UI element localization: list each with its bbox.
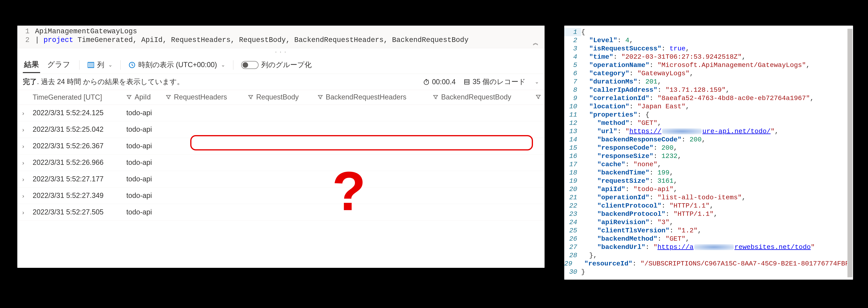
chevron-down-icon[interactable]: ⌄ [535, 79, 539, 85]
json-line: 8 "callerIpAddress": "13.71.128.159", [564, 86, 853, 94]
table-row[interactable]: ›2022/3/31 5:52:26.966todo-api [17, 154, 545, 171]
json-line: 16 "responseSize": 1232, [564, 152, 853, 160]
cell-timegenerated: 2022/3/31 5:52:27.177 [29, 171, 123, 187]
filter-icon [126, 94, 132, 100]
col-apiid[interactable]: ApiId [123, 90, 162, 105]
json-line: 17 "cache": "none", [564, 160, 853, 169]
json-line: 21 "operationId": "list-all-todo-items", [564, 193, 853, 202]
cell-timegenerated: 2022/3/31 5:52:25.042 [29, 121, 123, 138]
json-line: 12 "method": "GET", [564, 119, 853, 127]
col-timegenerated[interactable]: TimeGenerated [UTC] [29, 90, 123, 105]
redacted-blur [662, 129, 702, 134]
record-count-value: 35 個のレコード [472, 77, 526, 87]
group-columns-toggle[interactable]: 列のグループ化 [241, 60, 312, 70]
json-line: 28 }, [564, 251, 853, 259]
json-line: 9 "correlationId": "8aeafa52-4763-4bd8-a… [564, 94, 853, 103]
query-code-line: ApiManagementGatewayLogs [35, 27, 542, 36]
col-requestbody[interactable]: RequestBody [244, 90, 314, 105]
json-line: 25 "clientTlsVersion": "1.2", [564, 226, 853, 235]
expand-row-icon[interactable]: › [21, 160, 26, 166]
time-display-label: 時刻の表示 (UTC+00:00) [138, 60, 217, 70]
json-line: 6 "category": "GatewayLogs", [564, 69, 853, 78]
col-extra[interactable] [532, 90, 545, 105]
json-line: 4 "time": "2022-03-31T06:27:53.9242518Z"… [564, 53, 853, 61]
columns-label: 列 [97, 60, 104, 70]
json-line: 5 "operationName": "Microsoft.ApiManagem… [564, 61, 853, 69]
columns-dropdown[interactable]: 列 ⌄ [87, 60, 113, 70]
cell-apiid: todo-api [123, 204, 162, 220]
scrollbar-thumb[interactable] [847, 29, 852, 277]
table-row[interactable]: ›2022/3/31 5:52:25.042todo-api [17, 121, 545, 138]
results-toolbar: 結果 グラフ 列 ⌄ 時刻の表示 (UTC+00:00) ⌄ 列のグループ化 [17, 55, 545, 74]
json-line: 19 "requestSize": 3161, [564, 177, 853, 185]
expand-row-icon[interactable]: › [21, 110, 26, 117]
json-line: 1{ [564, 28, 853, 36]
tab-results[interactable]: 結果 [23, 57, 40, 73]
chevron-down-icon: ⌄ [221, 62, 225, 68]
json-line: 14 "backendResponseCode": 200, [564, 136, 853, 144]
redacted-blur [694, 244, 734, 250]
col-backendrequestbody[interactable]: BackendRequestBody [429, 90, 532, 105]
overflow-indicator: · · · [17, 48, 545, 55]
toggle-off-icon [241, 61, 258, 69]
table-row[interactable]: ›2022/3/31 5:52:27.349todo-api [17, 187, 545, 204]
json-line: 7 "durationMs": 201, [564, 78, 853, 86]
collapse-editor-icon[interactable]: ︽ [533, 39, 539, 47]
query-editor[interactable]: 1 ApiManagementGatewayLogs 2 | project T… [17, 26, 545, 48]
filter-icon [433, 94, 438, 100]
tab-chart[interactable]: グラフ [46, 57, 71, 73]
cell-timegenerated: 2022/3/31 5:52:27.349 [29, 187, 123, 204]
expand-row-icon[interactable]: › [21, 209, 26, 216]
json-line: 10 "location": "Japan East", [564, 103, 853, 111]
cell-apiid: todo-api [123, 187, 162, 204]
query-code-line: | project TimeGenerated, ApiId, RequestH… [35, 36, 542, 45]
table-row[interactable]: ›2022/3/31 5:52:26.367todo-api [17, 138, 545, 154]
json-line: 11 "properties": { [564, 111, 853, 119]
json-line: 15 "responseCode": 200, [564, 144, 853, 152]
table-header-row: TimeGenerated [UTC] ApiId RequestHeaders… [17, 90, 545, 105]
table-row[interactable]: ›2022/3/31 5:52:24.125todo-api [17, 105, 545, 121]
expand-row-icon[interactable]: › [21, 127, 26, 133]
json-line: 27 "backendUrl": "https://arewebsites.ne… [564, 243, 853, 251]
cell-timegenerated: 2022/3/31 5:52:26.367 [29, 138, 123, 154]
cell-timegenerated: 2022/3/31 5:52:26.966 [29, 154, 123, 171]
filter-icon [166, 94, 171, 100]
cell-apiid: todo-api [123, 171, 162, 187]
col-requestheaders[interactable]: RequestHeaders [162, 90, 244, 105]
json-line: 2 "Level": 4, [564, 36, 853, 45]
table-row[interactable]: ›2022/3/31 5:52:27.505todo-api [17, 204, 545, 220]
duration-value: 00:00.4 [432, 78, 456, 86]
expand-row-icon[interactable]: › [21, 176, 26, 183]
line-number: 2 [19, 36, 35, 45]
clock-icon [128, 61, 135, 68]
col-backendrequestheaders[interactable]: BackendRequestHeaders [314, 90, 430, 105]
svg-rect-5 [464, 80, 469, 84]
records-icon [464, 79, 470, 85]
status-summary: . 過去 24 時間 からの結果を表示しています。 [37, 78, 184, 86]
cell-apiid: todo-api [123, 138, 162, 154]
chevron-down-icon: ⌄ [108, 62, 113, 68]
log-analytics-results-panel: 1 ApiManagementGatewayLogs 2 | project T… [17, 26, 545, 268]
cell-apiid: todo-api [123, 105, 162, 121]
duration-indicator: 00:00.4 [423, 78, 456, 86]
json-line: 3 "isRequestSuccess": true, [564, 45, 853, 53]
json-line: 20 "apiId": "todo-api", [564, 185, 853, 193]
cell-apiid: todo-api [123, 121, 162, 138]
json-detail-panel: 1{2 "Level": 4,3 "isRequestSuccess": tru… [564, 26, 853, 280]
expand-row-icon[interactable]: › [21, 143, 26, 150]
cell-timegenerated: 2022/3/31 5:52:27.505 [29, 204, 123, 220]
scrollbar[interactable] [847, 29, 852, 277]
columns-icon [87, 61, 94, 68]
record-count-indicator: 35 個のレコード [464, 77, 526, 87]
table-row[interactable]: ›2022/3/31 5:52:27.177todo-api [17, 171, 545, 187]
results-table: TimeGenerated [UTC] ApiId RequestHeaders… [17, 90, 545, 221]
line-number: 1 [19, 27, 35, 36]
json-line: 23 "backendProtocol": "HTTP/1.1", [564, 210, 853, 218]
time-display-dropdown[interactable]: 時刻の表示 (UTC+00:00) ⌄ [128, 60, 225, 70]
json-viewer[interactable]: 1{2 "Level": 4,3 "isRequestSuccess": tru… [564, 28, 853, 277]
json-line: 26 "backendMethod": "GET", [564, 235, 853, 243]
filter-icon [317, 94, 323, 100]
expand-row-icon[interactable]: › [21, 193, 26, 199]
cell-timegenerated: 2022/3/31 5:52:24.125 [29, 105, 123, 121]
json-line: 18 "backendTime": 199, [564, 169, 853, 177]
